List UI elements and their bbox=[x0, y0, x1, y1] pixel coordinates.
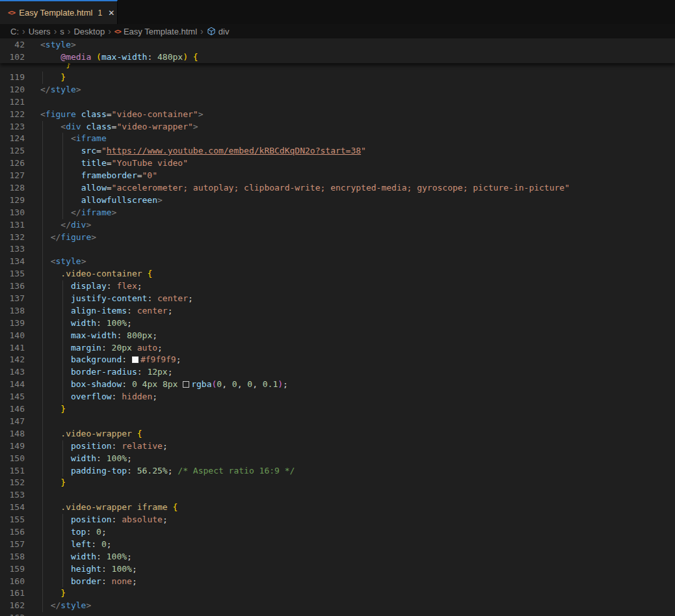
code-line-127[interactable]: 127 frameborder="0" bbox=[0, 170, 675, 182]
line-content[interactable]: .video-wrapper iframe { bbox=[40, 502, 675, 514]
line-number[interactable]: 139 bbox=[0, 317, 25, 330]
line-content[interactable]: margin: 20px auto; bbox=[40, 342, 675, 355]
line-content[interactable]: overflow: hidden; bbox=[40, 391, 675, 403]
line-number[interactable]: 161 bbox=[0, 587, 25, 600]
line-number[interactable]: 121 bbox=[0, 96, 25, 109]
line-number[interactable]: 145 bbox=[0, 391, 25, 403]
line-content[interactable]: width: 100%; bbox=[40, 317, 675, 330]
line-number[interactable]: 138 bbox=[0, 305, 25, 317]
line-content[interactable]: <div class="video-wrapper"> bbox=[40, 121, 675, 133]
line-number[interactable]: 124 bbox=[0, 133, 25, 145]
line-content[interactable]: } bbox=[40, 403, 675, 416]
line-number[interactable]: 159 bbox=[0, 563, 25, 576]
line-number[interactable]: 157 bbox=[0, 539, 25, 551]
code-line-158[interactable]: 158 width: 100%; bbox=[0, 551, 675, 563]
line-content[interactable]: } bbox=[40, 587, 675, 600]
code-line-134[interactable]: 134 <style> bbox=[0, 256, 675, 268]
line-number[interactable]: 155 bbox=[0, 514, 25, 526]
code-line-125[interactable]: 125 src="https://www.youtube.com/embed/k… bbox=[0, 145, 675, 157]
code-line-155[interactable]: 155 position: absolute; bbox=[0, 514, 675, 526]
code-line-128[interactable]: 128 allow="accelerometer; autoplay; clip… bbox=[0, 182, 675, 194]
line-number[interactable]: 149 bbox=[0, 440, 25, 453]
line-content[interactable]: position: absolute; bbox=[40, 514, 675, 526]
code-line-133[interactable]: 133 bbox=[0, 243, 675, 256]
code-line-138[interactable]: 138 align-items: center; bbox=[0, 305, 675, 317]
line-number[interactable]: 148 bbox=[0, 428, 25, 440]
line-content[interactable]: </iframe> bbox=[40, 207, 675, 219]
line-content[interactable]: </div> bbox=[40, 219, 675, 232]
line-number[interactable]: 135 bbox=[0, 268, 25, 280]
code-line-145[interactable]: 145 overflow: hidden; bbox=[0, 391, 675, 403]
line-number[interactable]: 130 bbox=[0, 207, 25, 219]
code-line-149[interactable]: 149 position: relative; bbox=[0, 440, 675, 453]
line-number[interactable]: 146 bbox=[0, 403, 25, 416]
breadcrumb-item-s[interactable]: s bbox=[60, 27, 64, 36]
line-number[interactable]: 133 bbox=[0, 243, 25, 256]
code-line-122[interactable]: 122<figure class="video-container"> bbox=[0, 109, 675, 121]
code-line-156[interactable]: 156 top: 0; bbox=[0, 526, 675, 539]
line-number[interactable]: 129 bbox=[0, 194, 25, 207]
code-line-152[interactable]: 152 } bbox=[0, 477, 675, 489]
code-line-139[interactable]: 139 width: 100%; bbox=[0, 317, 675, 330]
line-content[interactable]: justify-content: center; bbox=[40, 293, 675, 305]
code-line-140[interactable]: 140 max-width: 800px; bbox=[0, 330, 675, 342]
line-number[interactable]: 147 bbox=[0, 416, 25, 428]
code-line-153[interactable]: 153 bbox=[0, 489, 675, 502]
line-content[interactable]: frameborder="0" bbox=[40, 170, 675, 182]
line-number[interactable]: 122 bbox=[0, 109, 25, 121]
line-content[interactable] bbox=[40, 416, 675, 428]
line-number[interactable]: 162 bbox=[0, 600, 25, 612]
line-number[interactable]: 140 bbox=[0, 330, 25, 342]
line-number[interactable]: 150 bbox=[0, 453, 25, 465]
line-number[interactable]: 128 bbox=[0, 182, 25, 194]
line-number[interactable]: 120 bbox=[0, 84, 25, 96]
line-content[interactable]: src="https://www.youtube.com/embed/kRBCd… bbox=[40, 145, 675, 157]
line-content[interactable]: title="YouTube video" bbox=[40, 157, 675, 170]
code-line-160[interactable]: 160 border: none; bbox=[0, 576, 675, 588]
breadcrumb-item-c-[interactable]: C: bbox=[10, 27, 19, 36]
line-content[interactable]: align-items: center; bbox=[40, 305, 675, 317]
close-icon[interactable]: ✕ bbox=[106, 8, 116, 18]
line-number[interactable]: 158 bbox=[0, 551, 25, 563]
line-number[interactable]: 42 bbox=[0, 38, 25, 51]
line-content[interactable]: <iframe bbox=[40, 133, 675, 145]
breadcrumb-item-div[interactable]: div bbox=[207, 27, 230, 36]
code-line-148[interactable]: 148 .video-wrapper { bbox=[0, 428, 675, 440]
line-content[interactable]: background: #f9f9f9; bbox=[40, 354, 675, 366]
line-content[interactable]: height: 100%; bbox=[40, 563, 675, 576]
line-content[interactable]: border-radius: 12px; bbox=[40, 366, 675, 379]
code-line-141[interactable]: 141 margin: 20px auto; bbox=[0, 342, 675, 355]
url-link[interactable]: https://www.youtube.com/embed/kRBCdKqDN2… bbox=[107, 146, 361, 155]
line-number[interactable]: 154 bbox=[0, 502, 25, 514]
code-line-151[interactable]: 151 padding-top: 56.25%; /* Aspect ratio… bbox=[0, 465, 675, 477]
line-number[interactable]: 153 bbox=[0, 489, 25, 502]
line-number[interactable]: 134 bbox=[0, 256, 25, 268]
line-number[interactable]: 143 bbox=[0, 366, 25, 379]
code-line-157[interactable]: 157 left: 0; bbox=[0, 539, 675, 551]
line-number[interactable]: 137 bbox=[0, 293, 25, 305]
line-number[interactable]: 127 bbox=[0, 170, 25, 182]
code-line-124[interactable]: 124 <iframe bbox=[0, 133, 675, 145]
line-number[interactable]: 102 bbox=[0, 51, 25, 63]
line-content[interactable]: @media (max-width: 480px) { bbox=[40, 51, 675, 63]
line-content[interactable]: padding-top: 56.25%; /* Aspect ratio 16:… bbox=[40, 465, 675, 477]
line-content[interactable]: left: 0; bbox=[40, 539, 675, 551]
code-line-146[interactable]: 146 } bbox=[0, 403, 675, 416]
line-content[interactable]: allow="accelerometer; autoplay; clipboar… bbox=[40, 182, 675, 194]
code-line-154[interactable]: 154 .video-wrapper iframe { bbox=[0, 502, 675, 514]
line-content[interactable] bbox=[40, 489, 675, 502]
line-number[interactable]: 136 bbox=[0, 280, 25, 293]
code-line-144[interactable]: 144 box-shadow: 0 4px 8px rgba(0, 0, 0, … bbox=[0, 379, 675, 391]
line-number[interactable]: 123 bbox=[0, 121, 25, 133]
color-swatch[interactable] bbox=[183, 381, 189, 388]
line-number[interactable] bbox=[0, 63, 25, 71]
code-line-partial[interactable]: } bbox=[0, 63, 675, 71]
line-number[interactable]: 125 bbox=[0, 145, 25, 157]
code-line-102[interactable]: 102 @media (max-width: 480px) { bbox=[0, 51, 675, 63]
code-line-143[interactable]: 143 border-radius: 12px; bbox=[0, 366, 675, 379]
line-content[interactable]: } bbox=[40, 63, 675, 71]
code-line-162[interactable]: 162 </style> bbox=[0, 600, 675, 612]
code-line-129[interactable]: 129 allowfullscreen> bbox=[0, 194, 675, 207]
code-line-123[interactable]: 123 <div class="video-wrapper"> bbox=[0, 121, 675, 133]
line-number[interactable]: 152 bbox=[0, 477, 25, 489]
